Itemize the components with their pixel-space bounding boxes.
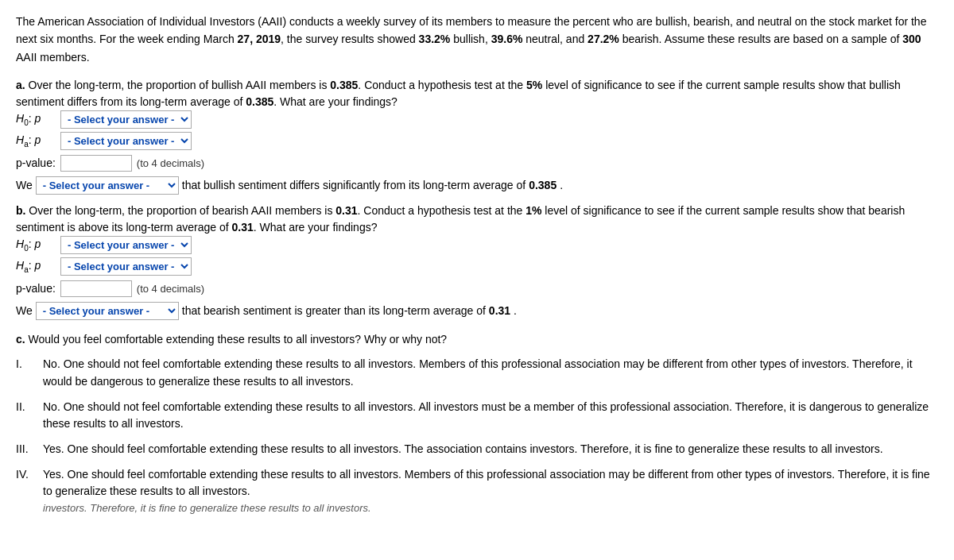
sig-b: 1% xyxy=(525,204,541,217)
h0-label-b: H0: p xyxy=(16,236,56,254)
intro-date: 27, 2019 xyxy=(238,33,281,45)
conclusion-select-b[interactable]: - Select your answer - can conclude cann… xyxy=(36,302,179,320)
h0-label-a: H0: p xyxy=(16,110,56,129)
h0-select-a[interactable]: - Select your answer - = 0.385 ≠ 0.385 ≤… xyxy=(60,110,192,129)
section-a-text: a. Over the long-term, the proportion of… xyxy=(16,77,938,110)
option-ii-roman: II. xyxy=(16,399,38,433)
intro-bearish: 27.2% xyxy=(588,33,619,45)
section-b-label: b. xyxy=(16,204,29,217)
h0-row-a: H0: p - Select your answer - = 0.385 ≠ 0… xyxy=(16,110,938,129)
option-ii-text: No. One should not feel comfortable exte… xyxy=(43,399,938,433)
intro-neutral: 39.6% xyxy=(491,33,523,45)
section-a-body: Over the long-term, the proportion of bu… xyxy=(16,79,901,108)
pvalue-input-b[interactable] xyxy=(60,280,132,297)
option-i: I. No. One should not feel comfortable e… xyxy=(16,356,938,390)
intro-text4: bullish, xyxy=(450,33,491,45)
prop-b2: 0.31 xyxy=(232,221,254,234)
intro-paragraph: The American Association of Individual I… xyxy=(16,13,938,66)
pvalue-row-b: p-value: (to 4 decimals) xyxy=(16,280,938,297)
ha-label-b: Ha: p xyxy=(16,257,56,276)
intro-text6: bearish. Assume these results are based … xyxy=(619,33,902,45)
sig-a: 5% xyxy=(526,79,542,91)
pvalue-label-b: p-value: xyxy=(16,280,56,297)
ha-select-a[interactable]: - Select your answer - = 0.385 ≠ 0.385 ≤… xyxy=(60,132,192,150)
intro-sample: 300 xyxy=(902,33,921,45)
option-i-text: No. One should not feel comfortable exte… xyxy=(43,356,938,390)
conclusion-we-a: We xyxy=(16,177,33,194)
option-iii-roman: III. xyxy=(16,441,38,458)
option-iv-roman: IV. xyxy=(16,466,38,500)
option-iv-text: Yes. One should feel comfortable extendi… xyxy=(43,466,938,500)
intro-text3: , the survey results showed xyxy=(281,33,419,45)
prop-a2: 0.385 xyxy=(246,95,273,108)
cutoff-note: investors. Therefore, it is fine to gene… xyxy=(43,500,371,516)
h0-select-b[interactable]: - Select your answer - = 0.31 ≠ 0.31 ≤ 0… xyxy=(60,236,192,254)
option-ii: II. No. One should not feel comfortable … xyxy=(16,399,938,433)
conclusion-end-a: . xyxy=(560,177,563,194)
pvalue-hint-a: (to 4 decimals) xyxy=(137,156,204,172)
prop-b: 0.31 xyxy=(335,204,357,217)
conclusion-row-b: We - Select your answer - can conclude c… xyxy=(16,302,938,320)
intro-text7: AAII members. xyxy=(16,51,90,64)
section-b-text: b. Over the long-term, the proportion of… xyxy=(16,203,938,236)
section-c-question: c. Would you feel comfortable extending … xyxy=(16,331,938,348)
option-iii-text: Yes. One should feel comfortable extendi… xyxy=(43,441,883,458)
option-iii: III. Yes. One should feel comfortable ex… xyxy=(16,441,938,458)
pvalue-label-a: p-value: xyxy=(16,155,56,172)
h0-row-b: H0: p - Select your answer - = 0.31 ≠ 0.… xyxy=(16,236,938,254)
conclusion-val-a: 0.385 xyxy=(529,177,556,194)
section-b-body: Over the long-term, the proportion of be… xyxy=(16,204,905,234)
option-iv: IV. Yes. One should feel comfortable ext… xyxy=(16,466,938,500)
option-iv-cutoff: investors. Therefore, it is fine to gene… xyxy=(16,500,938,516)
section-c-label: c. xyxy=(16,333,29,346)
conclusion-row-a: We - Select your answer - can conclude c… xyxy=(16,176,938,195)
pvalue-row-a: p-value: (to 4 decimals) xyxy=(16,155,938,172)
pvalue-input-a[interactable] xyxy=(60,155,132,172)
pvalue-hint-b: (to 4 decimals) xyxy=(137,281,204,297)
section-c-question-text: Would you feel comfortable extending the… xyxy=(29,333,448,346)
conclusion-mid-b: that bearish sentiment is greater than i… xyxy=(182,303,486,319)
conclusion-mid-a: that bullish sentiment differs significa… xyxy=(182,177,525,194)
conclusion-we-b: We xyxy=(16,303,33,319)
ha-row-b: Ha: p - Select your answer - = 0.31 ≠ 0.… xyxy=(16,257,938,276)
conclusion-select-a[interactable]: - Select your answer - can conclude cann… xyxy=(36,176,179,195)
ha-label-a: Ha: p xyxy=(16,132,56,150)
section-a-label: a. xyxy=(16,79,29,91)
intro-text5: neutral, and xyxy=(522,33,588,45)
ha-select-b[interactable]: - Select your answer - = 0.31 ≠ 0.31 ≤ 0… xyxy=(60,257,192,276)
ha-row-a: Ha: p - Select your answer - = 0.385 ≠ 0… xyxy=(16,132,938,150)
conclusion-end-b: . xyxy=(514,303,517,319)
intro-bullish: 33.2% xyxy=(419,33,451,45)
option-i-roman: I. xyxy=(16,356,38,390)
conclusion-val-b: 0.31 xyxy=(489,303,510,319)
prop-a: 0.385 xyxy=(330,79,358,91)
section-c: c. Would you feel comfortable extending … xyxy=(16,331,938,516)
